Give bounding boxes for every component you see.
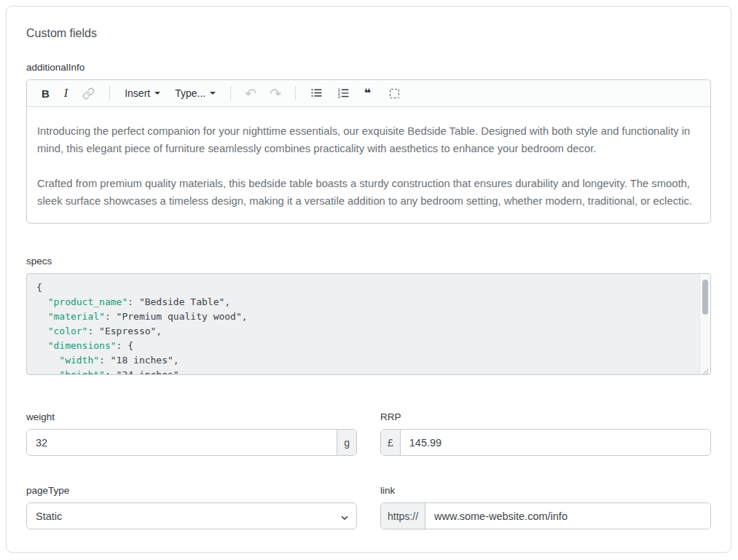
code-line: "product_name": "Bedside Table",: [36, 295, 690, 309]
embed-block-button[interactable]: [384, 87, 405, 100]
bullet-list-button[interactable]: [305, 84, 329, 103]
page-type-group: pageType Static: [26, 485, 357, 529]
link-button[interactable]: [76, 85, 101, 102]
chevron-down-icon: [210, 92, 216, 95]
redo-button[interactable]: ↷: [264, 87, 286, 100]
toolbar-divider: [109, 86, 110, 100]
fields-row-1: weight g RRP £: [26, 411, 711, 456]
redo-icon: ↷: [270, 87, 281, 100]
link-input-group: https://: [380, 502, 711, 529]
type-menu-button[interactable]: Type...: [169, 86, 221, 100]
ordered-list-icon: 1 2 3: [337, 87, 350, 100]
scrollbar-thumb[interactable]: [702, 280, 708, 315]
page-type-label: pageType: [26, 485, 357, 496]
code-line: "material": "Premium quality wood",: [36, 309, 690, 324]
code-line: "height": "24 inches",: [36, 368, 690, 375]
section-title: Custom fields: [26, 27, 711, 40]
rich-text-editor: B I Insert Type...: [26, 79, 711, 224]
weight-input[interactable]: [27, 430, 337, 455]
scrollbar-track[interactable]: [699, 274, 710, 374]
rrp-input[interactable]: [401, 430, 710, 455]
weight-input-group: g: [26, 429, 357, 456]
weight-unit-addon: g: [337, 430, 356, 455]
weight-group: weight g: [26, 411, 357, 456]
blockquote-icon: ❝: [364, 87, 371, 99]
rrp-label: RRP: [380, 411, 711, 422]
blockquote-button[interactable]: ❝: [358, 85, 377, 101]
additional-info-group: additionalInfo B I Insert: [26, 62, 711, 224]
dashed-square-icon: [390, 89, 399, 98]
undo-button[interactable]: ↶: [240, 87, 262, 100]
svg-text:3: 3: [338, 94, 340, 98]
fields-row-2: pageType Static link https://: [26, 485, 711, 529]
bullet-list-icon: [310, 87, 323, 100]
toolbar-divider: [230, 86, 231, 100]
code-line: {: [36, 280, 690, 295]
additional-info-label: additionalInfo: [26, 62, 711, 73]
editor-toolbar: B I Insert Type...: [27, 80, 710, 107]
ordered-list-button[interactable]: 1 2 3: [331, 84, 356, 103]
specs-label: specs: [26, 256, 711, 267]
rrp-input-group: £: [380, 429, 711, 456]
insert-menu-label: Insert: [125, 88, 150, 98]
weight-label: weight: [26, 411, 357, 422]
rrp-group: RRP £: [380, 411, 711, 456]
insert-menu-button[interactable]: Insert: [119, 86, 166, 100]
bold-button[interactable]: B: [36, 86, 55, 101]
toolbar-divider: [295, 86, 296, 100]
protocol-addon: https://: [381, 503, 425, 529]
italic-button[interactable]: I: [58, 85, 74, 101]
specs-code-editor[interactable]: { "product_name": "Bedside Table", "mate…: [26, 273, 711, 375]
code-line: "width": "18 inches",: [36, 353, 690, 368]
link-group: link https://: [380, 485, 711, 529]
chevron-down-icon: [154, 92, 160, 95]
undo-icon: ↶: [245, 87, 256, 100]
editor-text-area[interactable]: Introducing the perfect companion for yo…: [27, 107, 710, 223]
link-label: link: [380, 485, 711, 496]
custom-fields-card: Custom fields additionalInfo B I Inse: [6, 6, 731, 553]
editor-paragraph: Introducing the perfect companion for yo…: [37, 122, 700, 157]
link-icon: [82, 87, 95, 100]
link-input[interactable]: [425, 503, 710, 529]
code-line: "color": "Espresso",: [36, 324, 690, 339]
editor-paragraph: Crafted from premium quality materials, …: [37, 175, 700, 210]
resize-handle[interactable]: [701, 365, 709, 373]
page-type-select[interactable]: Static: [26, 502, 357, 529]
specs-group: specs { "product_name": "Bedside Table",…: [26, 256, 711, 375]
code-line: "dimensions": {: [36, 339, 690, 353]
currency-addon: £: [381, 430, 401, 455]
type-menu-label: Type...: [175, 88, 205, 98]
